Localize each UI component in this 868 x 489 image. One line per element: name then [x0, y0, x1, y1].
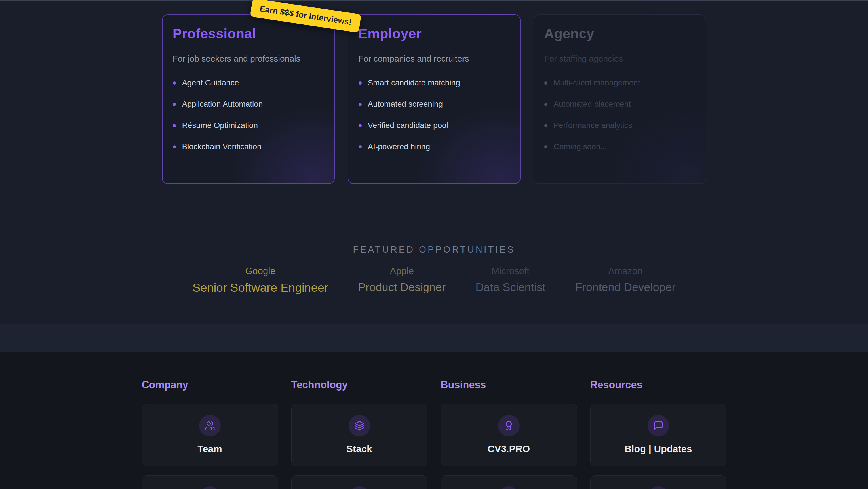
featured-role: Product Designer	[358, 281, 446, 294]
bullet-dot-icon	[173, 124, 176, 127]
plan-feature: Automated screening	[359, 99, 510, 109]
plan-feature: Blockchain Verification	[173, 142, 324, 151]
plans-section: Earn $$$ for Interviews! Professional Fo…	[0, 0, 868, 211]
plan-feature-label: Performance analytics	[554, 121, 632, 130]
footer-column-company: Company Team	[142, 379, 278, 489]
bullet-dot-icon	[173, 103, 176, 106]
plan-feature-label: Application Automation	[182, 99, 263, 109]
featured-company: Amazon	[575, 266, 676, 277]
featured-role: Senior Software Engineer	[193, 281, 329, 295]
landing-page: Earn $$$ for Interviews! Professional Fo…	[0, 0, 868, 489]
bullet-dot-icon	[173, 82, 176, 85]
bullet-dot-icon	[359, 103, 362, 106]
plan-feature-label: Agent Guidance	[182, 78, 239, 87]
plan-subtitle: For companies and recruiters	[359, 54, 510, 64]
footer-card-partial[interactable]	[142, 476, 278, 489]
plan-feature: Résumé Optimization	[173, 121, 324, 130]
bullet-dot-icon	[359, 145, 362, 148]
bullet-dot-icon	[173, 145, 176, 148]
section-spacer	[0, 324, 868, 352]
footer-column-business: Business CV3.PRO	[441, 379, 577, 489]
plan-feature-label: Verified candidate pool	[368, 121, 448, 130]
footer: Company Team Technology Stack	[0, 352, 868, 489]
plan-feature: Application Automation	[173, 99, 324, 109]
featured-company: Google	[193, 266, 329, 277]
featured-role: Frontend Developer	[575, 281, 676, 294]
footer-column-title: Resources	[590, 379, 726, 391]
footer-card-partial[interactable]	[441, 476, 577, 489]
bullet-dot-icon	[359, 124, 362, 127]
plan-feature-label: Multi-client management	[554, 78, 640, 87]
plan-feature-label: Résumé Optimization	[182, 121, 258, 130]
users-icon	[199, 415, 221, 436]
featured-carousel: Google Senior Software Engineer Apple Pr…	[0, 266, 868, 295]
plan-title: Agency	[544, 26, 695, 41]
footer-card-label: Stack	[291, 443, 427, 454]
plan-feature-list: Smart candidate matching Automated scree…	[359, 78, 510, 151]
footer-column-technology: Technology Stack	[291, 379, 428, 489]
plan-feature-label: Blockchain Verification	[182, 142, 261, 151]
plan-feature: Performance analytics	[544, 121, 695, 130]
bullet-dot-icon	[359, 82, 362, 85]
featured-item-google[interactable]: Google Senior Software Engineer	[193, 266, 329, 295]
featured-item-apple[interactable]: Apple Product Designer	[358, 266, 446, 294]
footer-grid: Company Team Technology Stack	[142, 379, 726, 489]
plan-feature-label: Automated placement	[554, 99, 631, 109]
partial-card-icon	[648, 486, 669, 489]
plan-feature: Smart candidate matching	[359, 78, 510, 87]
plan-feature: AI-powered hiring	[359, 142, 510, 151]
plan-feature-label: Automated screening	[368, 99, 443, 109]
bullet-dot-icon	[544, 103, 548, 106]
featured-role: Data Scientist	[475, 281, 546, 294]
footer-card-team[interactable]: Team	[142, 404, 278, 466]
plan-feature-label: Smart candidate matching	[368, 78, 460, 87]
footer-card-stack[interactable]: Stack	[291, 404, 428, 466]
plan-subtitle: For staffing agencies	[544, 54, 695, 64]
partial-card-icon	[349, 486, 370, 489]
footer-card-cv3pro[interactable]: CV3.PRO	[441, 404, 577, 466]
plan-feature-list: Multi-client management Automated placem…	[544, 78, 695, 151]
footer-column-resources: Resources Blog | Updates	[590, 379, 726, 489]
featured-company: Microsoft	[475, 266, 546, 277]
featured-company: Apple	[358, 266, 446, 277]
award-icon	[498, 415, 520, 436]
footer-card-label: Blog | Updates	[591, 443, 726, 454]
plan-feature-list: Agent Guidance Application Automation Ré…	[173, 78, 324, 151]
footer-card-label: Team	[142, 443, 278, 454]
plan-feature-label: AI-powered hiring	[368, 142, 430, 151]
bullet-dot-icon	[544, 124, 548, 127]
partial-card-icon	[498, 486, 520, 489]
plan-feature-label: Coming soon...	[554, 142, 607, 151]
plans-row: Professional For job seekers and profess…	[0, 1, 868, 184]
featured-section-title: FEATURED OPPORTUNITIES	[0, 211, 868, 255]
plan-card-employer[interactable]: Employer For companies and recruiters Sm…	[348, 15, 521, 184]
footer-card-partial[interactable]	[291, 476, 428, 489]
plan-feature: Multi-client management	[544, 78, 695, 87]
plan-feature: Verified candidate pool	[359, 121, 510, 130]
plan-title: Professional	[173, 26, 324, 41]
plan-feature: Coming soon...	[544, 142, 695, 151]
featured-opportunities-section: FEATURED OPPORTUNITIES Google Senior Sof…	[0, 211, 868, 324]
plan-card-agency: Agency For staffing agencies Multi-clien…	[533, 15, 706, 184]
plan-card-professional[interactable]: Professional For job seekers and profess…	[162, 15, 335, 184]
message-square-icon	[648, 415, 669, 436]
plan-subtitle: For job seekers and professionals	[173, 54, 324, 64]
footer-column-title: Technology	[291, 379, 428, 391]
partial-card-icon	[199, 486, 221, 489]
footer-card-blog[interactable]: Blog | Updates	[590, 404, 726, 466]
layers-icon	[349, 415, 370, 436]
footer-column-title: Business	[441, 379, 577, 391]
plan-feature: Agent Guidance	[173, 78, 324, 87]
footer-card-label: CV3.PRO	[441, 443, 577, 454]
plan-feature: Automated placement	[544, 99, 695, 109]
bullet-dot-icon	[544, 145, 548, 148]
bullet-dot-icon	[544, 82, 548, 85]
featured-item-microsoft[interactable]: Microsoft Data Scientist	[475, 266, 546, 294]
footer-card-partial[interactable]	[590, 476, 726, 489]
featured-item-amazon[interactable]: Amazon Frontend Developer	[575, 266, 676, 294]
plan-title: Employer	[359, 26, 510, 41]
footer-column-title: Company	[142, 379, 278, 391]
